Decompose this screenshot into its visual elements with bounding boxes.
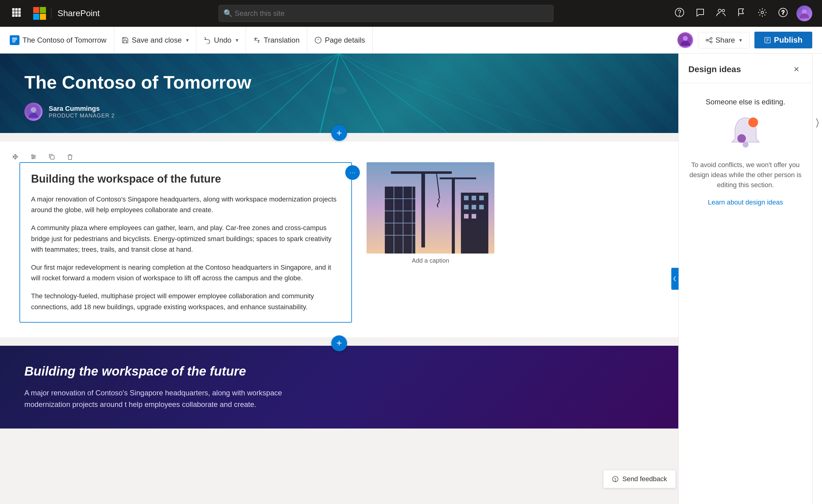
svg-point-50 xyxy=(31,107,36,113)
save-close-chevron[interactable]: ▾ xyxy=(186,37,189,43)
publish-button[interactable]: Publish xyxy=(754,32,812,48)
dark-section-text: A major renovation of Contoso's Singapor… xyxy=(24,387,298,411)
svg-line-44 xyxy=(339,54,448,133)
svg-rect-72 xyxy=(440,177,476,179)
svg-rect-0 xyxy=(12,8,15,11)
toolbar-right-actions: Share ▾ Publish xyxy=(678,32,812,48)
add-section-bottom-button[interactable]: + xyxy=(331,336,347,351)
microsoft-logo[interactable]: SharePoint xyxy=(33,7,100,20)
people-icon[interactable] xyxy=(714,5,728,22)
svg-rect-61 xyxy=(391,171,406,173)
right-panel-toggle[interactable] xyxy=(813,114,822,133)
share-button[interactable]: Share ▾ xyxy=(698,32,750,48)
svg-rect-81 xyxy=(472,214,476,218)
svg-rect-4 xyxy=(15,11,18,14)
svg-rect-24 xyxy=(12,42,15,42)
learn-design-ideas-link[interactable]: Learn about design ideas xyxy=(708,198,783,206)
image-caption[interactable]: Add a caption xyxy=(367,257,494,264)
svg-point-84 xyxy=(737,134,746,143)
share-label: Share xyxy=(716,36,735,44)
svg-rect-5 xyxy=(18,11,21,14)
search-icon: 🔍 xyxy=(224,9,233,18)
page-icon xyxy=(10,35,19,45)
svg-text:?: ? xyxy=(782,9,785,16)
design-panel-body: Someone else is editing. To avoid confli… xyxy=(679,83,812,221)
hero-author: Sara Cummings PRODUCT MANAGER 2 xyxy=(24,102,654,121)
page-content[interactable]: The Contoso of Tomorrow Sara Cummings PR… xyxy=(0,54,678,504)
move-section-button[interactable] xyxy=(9,150,22,163)
app-name: SharePoint xyxy=(51,9,100,18)
undo-label: Undo xyxy=(214,36,232,44)
app-launcher-icon[interactable] xyxy=(10,6,23,21)
page-details-button[interactable]: Page details xyxy=(307,27,373,53)
translation-label: Translation xyxy=(264,36,300,44)
image-placeholder[interactable] xyxy=(367,162,494,254)
svg-point-16 xyxy=(722,9,725,12)
svg-point-83 xyxy=(748,117,758,127)
author-avatar xyxy=(24,102,43,121)
content-para-3: Our first major redevelopment is nearing… xyxy=(31,262,340,283)
add-section-top-button[interactable]: + xyxy=(331,125,347,141)
svg-point-29 xyxy=(683,36,688,41)
question-icon[interactable]: ? xyxy=(776,5,790,22)
svg-rect-12 xyxy=(40,14,46,20)
bell-icon-wrapper xyxy=(727,115,764,151)
text-block[interactable]: ⋯ Building the workspace of the future A… xyxy=(19,162,352,323)
share-chevron[interactable]: ▾ xyxy=(739,37,742,43)
flag-icon[interactable] xyxy=(734,5,749,22)
svg-line-43 xyxy=(339,54,384,133)
hero-section: The Contoso of Tomorrow Sara Cummings PR… xyxy=(0,54,678,133)
content-para-4: The technology-fueled, multiphase projec… xyxy=(31,291,340,312)
publish-label: Publish xyxy=(774,35,803,45)
author-name: Sara Cummings xyxy=(49,105,115,113)
svg-rect-75 xyxy=(472,196,476,200)
page-name-label: The Contoso of Tomorrow xyxy=(23,36,106,44)
svg-rect-57 xyxy=(50,155,54,159)
design-panel-header: Design ideas ✕ xyxy=(679,54,812,83)
translation-button[interactable]: Translation xyxy=(246,27,307,53)
svg-rect-23 xyxy=(12,40,16,41)
svg-point-14 xyxy=(679,15,680,16)
svg-rect-80 xyxy=(464,214,468,218)
hero-title: The Contoso of Tomorrow xyxy=(24,72,654,93)
undo-button[interactable]: Undo ▾ xyxy=(196,27,246,53)
panel-collapse-button[interactable] xyxy=(671,268,679,290)
svg-rect-73 xyxy=(461,193,488,254)
editor-toolbar: The Contoso of Tomorrow Save and close ▾… xyxy=(0,27,822,54)
svg-rect-59 xyxy=(421,171,425,247)
page-title-toolbar[interactable]: The Contoso of Tomorrow xyxy=(10,27,114,53)
right-edge-panel xyxy=(812,54,822,504)
settings-icon[interactable] xyxy=(755,5,770,22)
svg-rect-3 xyxy=(12,11,15,14)
send-feedback-button[interactable]: Send feedback xyxy=(603,470,676,488)
svg-point-32 xyxy=(710,41,712,43)
help-icon[interactable] xyxy=(672,5,687,22)
svg-rect-76 xyxy=(479,196,484,200)
save-close-button[interactable]: Save and close ▾ xyxy=(114,27,196,53)
image-block[interactable]: Add a caption xyxy=(367,162,494,323)
svg-point-15 xyxy=(718,9,721,12)
duplicate-section-button[interactable] xyxy=(45,150,58,163)
section-settings-button[interactable] xyxy=(27,150,40,163)
svg-rect-11 xyxy=(33,14,39,20)
svg-rect-2 xyxy=(18,8,21,11)
editor-avatar[interactable] xyxy=(678,32,693,48)
svg-rect-22 xyxy=(12,39,17,40)
content-title: Building the workspace of the future xyxy=(31,172,340,185)
delete-section-button[interactable] xyxy=(63,150,77,163)
undo-chevron[interactable]: ▾ xyxy=(236,37,239,43)
top-navigation: SharePoint 🔍 xyxy=(0,0,822,27)
search-bar[interactable]: 🔍 xyxy=(219,5,553,22)
design-ideas-panel: Design ideas ✕ Someone else is editing. … xyxy=(678,54,812,504)
svg-rect-63 xyxy=(385,186,415,254)
svg-rect-78 xyxy=(472,205,476,209)
svg-line-45 xyxy=(339,54,512,133)
section-dot-menu[interactable]: ⋯ xyxy=(345,165,360,180)
chat-icon[interactable] xyxy=(693,5,708,22)
save-close-label: Save and close xyxy=(132,36,182,44)
search-input[interactable] xyxy=(219,5,553,22)
svg-line-34 xyxy=(708,40,711,41)
user-avatar[interactable] xyxy=(796,5,812,21)
svg-line-41 xyxy=(256,54,339,133)
close-design-panel-button[interactable]: ✕ xyxy=(790,63,803,75)
